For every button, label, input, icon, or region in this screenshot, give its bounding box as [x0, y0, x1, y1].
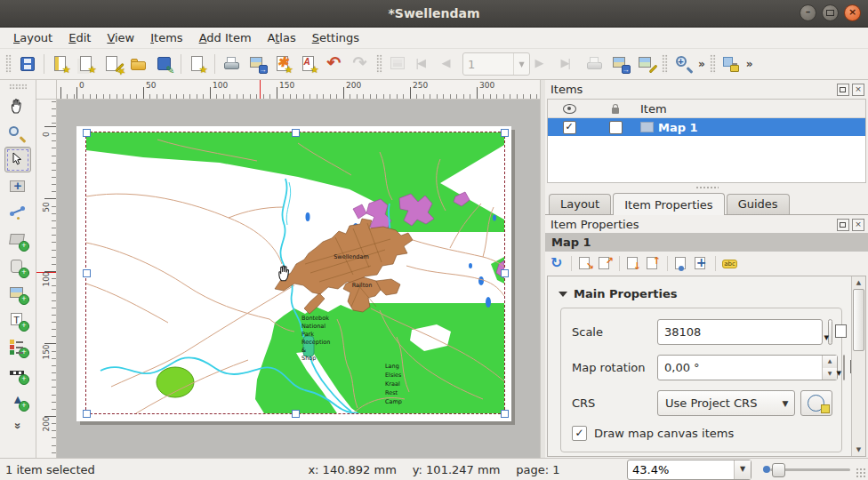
toolbar-handle[interactable] [376, 54, 382, 74]
crs-combo[interactable]: Use Project CRS ▼ [657, 390, 795, 416]
edit-extent-icon[interactable] [673, 255, 690, 272]
atlas-settings-button[interactable] [633, 52, 659, 77]
minimize-button[interactable]: – [800, 4, 816, 21]
draw-canvas-items-checkbox[interactable]: ✓ [572, 426, 587, 441]
add-north-arrow-tool-button[interactable]: + [4, 387, 31, 412]
zoom-input[interactable] [628, 463, 734, 476]
scroll-thumb[interactable] [853, 289, 864, 351]
print-atlas-button[interactable] [582, 52, 607, 77]
tab-guides[interactable]: Guides [727, 194, 790, 214]
section-main-properties[interactable]: Main Properties [559, 287, 848, 300]
add-label-tool-button[interactable]: + [4, 307, 31, 332]
toolbar-overflow-button[interactable]: » [744, 58, 755, 70]
redo-button[interactable]: ↷ [348, 52, 374, 77]
items-list-empty[interactable] [548, 136, 865, 182]
items-panel-float-icon[interactable] [837, 84, 849, 96]
select-move-item-tool-button[interactable] [4, 147, 31, 172]
rotation-spinner[interactable]: ▲▼ [822, 356, 837, 380]
set-extent-from-canvas-icon[interactable] [577, 255, 594, 272]
selection-handle[interactable] [292, 129, 300, 137]
more-tools-tool-button[interactable] [4, 413, 31, 439]
map-item[interactable]: Swellendam Railton Bontebok National Par… [86, 132, 504, 413]
new-layout-button[interactable] [48, 52, 74, 77]
rotation-input[interactable] [658, 361, 822, 374]
save-project-button[interactable] [14, 52, 40, 77]
items-panel-close-icon[interactable]: × [852, 84, 864, 96]
properties-scrollbar[interactable]: ▲ ▼ [851, 276, 865, 456]
menu-settings[interactable]: Settings [304, 29, 367, 46]
lock-checkbox[interactable] [609, 121, 623, 134]
menu-items[interactable]: Items [142, 29, 190, 46]
toolbar-handle[interactable] [710, 54, 716, 74]
atlas-next-button[interactable]: ▶ [530, 52, 556, 77]
tab-item-properties[interactable]: Item Properties [613, 193, 724, 215]
set-canvas-scale-icon[interactable] [645, 255, 662, 272]
layout-manager-button[interactable] [100, 52, 125, 77]
labeling-settings-icon[interactable] [721, 255, 738, 272]
crs-select-button[interactable] [800, 390, 832, 416]
menu-edit[interactable]: Edit [60, 29, 99, 46]
view-extent-in-canvas-icon[interactable] [597, 255, 614, 272]
scroll-down-icon[interactable]: ▼ [852, 444, 865, 456]
selection-handle[interactable] [501, 269, 509, 277]
maximize-button[interactable] [822, 4, 839, 21]
selection-handle[interactable] [501, 410, 509, 418]
scale-input[interactable] [658, 325, 822, 339]
lock-items-button[interactable] [719, 52, 744, 77]
selection-handle[interactable] [83, 410, 91, 418]
zoom-in-button[interactable] [671, 52, 696, 77]
add-scalebar-tool-button[interactable]: + [4, 360, 31, 386]
atlas-page-combo[interactable]: ▼ [462, 52, 530, 76]
menu-add-item[interactable]: Add Item [191, 29, 260, 46]
layout-canvas[interactable]: Swellendam Railton Bontebok National Par… [57, 100, 540, 458]
export-atlas-button[interactable] [607, 52, 633, 77]
set-scale-from-canvas-icon[interactable] [625, 255, 642, 272]
zoom-slider[interactable] [761, 460, 850, 478]
close-button[interactable]: × [844, 4, 861, 21]
zoom-combo[interactable]: ▼ [627, 460, 751, 480]
print-button[interactable] [219, 52, 245, 77]
atlas-page-input[interactable] [463, 58, 513, 71]
zoom-tool-button[interactable] [4, 120, 31, 146]
resize-grip[interactable] [856, 468, 866, 478]
add-map-tool-button[interactable]: + [4, 227, 31, 252]
add-picture-tool-button[interactable]: + [4, 280, 31, 306]
selection-handle[interactable] [83, 269, 91, 277]
atlas-prev-button[interactable]: ◀ [437, 52, 462, 77]
toolbox-handle[interactable] [9, 84, 27, 90]
selection-handle[interactable] [83, 129, 91, 137]
duplicate-layout-button[interactable] [74, 52, 100, 77]
menu-view[interactable]: View [99, 29, 142, 46]
add-shape-tool-button[interactable]: + [4, 253, 31, 279]
toolbar-overflow-button[interactable]: » [696, 58, 707, 70]
export-image-button[interactable] [245, 52, 270, 77]
move-item-content-tool-button[interactable] [4, 173, 31, 199]
item-properties-float-icon[interactable] [837, 219, 849, 231]
titlebar[interactable]: *Swellendam – × [0, 0, 868, 28]
selection-handle[interactable] [501, 129, 509, 137]
toolbar-handle[interactable] [5, 54, 12, 74]
add-legend-tool-button[interactable]: + [4, 333, 31, 359]
refresh-icon[interactable] [549, 255, 566, 272]
save-as-template-button[interactable] [151, 52, 177, 77]
atlas-preview-button[interactable] [385, 52, 411, 77]
add-from-template-button[interactable] [185, 52, 211, 77]
visibility-checkbox[interactable]: ✓ [563, 121, 576, 134]
item-properties-close-icon[interactable]: × [852, 219, 864, 231]
atlas-first-button[interactable]: |◀ [411, 52, 437, 77]
undo-button[interactable]: ↶ [322, 52, 348, 77]
export-pdf-button[interactable]: A [296, 52, 322, 77]
tab-layout[interactable]: Layout [549, 194, 611, 214]
selection-handle[interactable] [292, 410, 300, 418]
zoom-dropdown-icon[interactable]: ▼ [734, 460, 751, 479]
scale-data-defined-button[interactable] [828, 319, 832, 345]
zoom-slider-handle[interactable] [772, 463, 785, 477]
panel-splitter[interactable] [545, 183, 868, 191]
items-row-map1[interactable]: ✓ Map 1 [548, 118, 865, 136]
toolbar-handle[interactable] [662, 54, 668, 74]
menu-atlas[interactable]: Atlas [260, 29, 304, 46]
scroll-up-icon[interactable]: ▲ [852, 276, 865, 289]
menu-layout[interactable]: Layout [5, 29, 60, 46]
rotation-data-defined-button[interactable] [843, 355, 845, 380]
edit-nodes-item-tool-button[interactable] [4, 200, 31, 226]
